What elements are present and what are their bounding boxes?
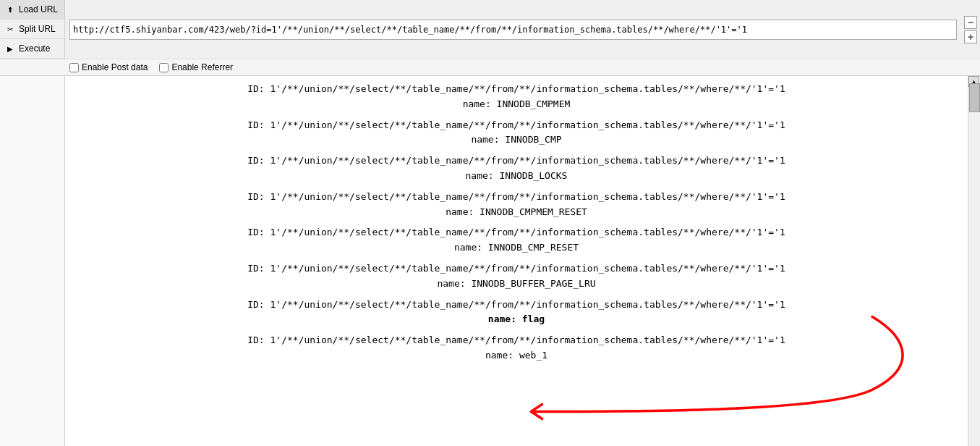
scrollbar-area: ▲ ▼ — [968, 76, 980, 446]
enable-referrer-label[interactable]: Enable Referrer — [159, 62, 233, 72]
content-area: ID: 1'/**/union/**/select/**/table_name/… — [0, 76, 980, 446]
checkboxes-row: Enable Post data Enable Referrer — [0, 59, 980, 75]
load-url-label: Load URL — [19, 4, 58, 14]
right-buttons: − + — [961, 14, 980, 45]
result-block: ID: 1'/**/union/**/select/**/table_name/… — [80, 261, 953, 292]
plus-button[interactable]: + — [964, 30, 977, 43]
name-line: name: INNODB_CMP_RESET — [80, 240, 953, 256]
load-url-button[interactable]: ⬆ Load URL — [0, 0, 64, 20]
split-url-label: Split URL — [19, 24, 56, 34]
execute-button[interactable]: ▶ Execute — [0, 39, 64, 59]
execute-label: Execute — [19, 43, 50, 54]
main-content: ID: 1'/**/union/**/select/**/table_name/… — [65, 76, 968, 446]
split-url-button[interactable]: ✂ Split URL — [0, 20, 64, 39]
main-toolbar-row: ⬆ Load URL ✂ Split URL ▶ Execute − + — [0, 0, 980, 59]
split-url-icon: ✂ — [4, 23, 16, 35]
name-line: name: INNODB_BUFFER_PAGE_LRU — [80, 277, 953, 292]
minus-button[interactable]: − — [964, 16, 977, 29]
name-line: name: INNODB_CMPMEM_RESET — [80, 205, 953, 220]
result-block: ID: 1'/**/union/**/select/**/table_name/… — [80, 153, 953, 184]
left-spacer — [0, 76, 65, 446]
result-block: ID: 1'/**/union/**/select/**/table_name/… — [80, 225, 953, 256]
plus-icon: + — [968, 31, 973, 43]
url-bar-container — [69, 20, 957, 40]
name-line: name: INNODB_CMPMEM — [80, 97, 953, 112]
name-line: name: INNODB_LOCKS — [80, 169, 953, 184]
id-line: ID: 1'/**/union/**/select/**/table_name/… — [80, 118, 953, 133]
enable-referrer-checkbox[interactable] — [159, 63, 169, 72]
id-line: ID: 1'/**/union/**/select/**/table_name/… — [80, 153, 953, 169]
sidebar-buttons: ⬆ Load URL ✂ Split URL ▶ Execute — [0, 0, 65, 59]
name-line: name: INNODB_CMP — [80, 132, 953, 148]
result-block: ID: 1'/**/union/**/select/**/table_name/… — [80, 82, 953, 112]
result-block: ID: 1'/**/union/**/select/**/table_name/… — [80, 118, 953, 148]
name-line: name: flag — [80, 312, 953, 327]
results-container: ID: 1'/**/union/**/select/**/table_name/… — [80, 82, 953, 363]
id-line: ID: 1'/**/union/**/select/**/table_name/… — [80, 261, 953, 277]
result-block: ID: 1'/**/union/**/select/**/table_name/… — [80, 190, 953, 220]
id-line: ID: 1'/**/union/**/select/**/table_name/… — [80, 298, 953, 313]
execute-icon: ▶ — [4, 43, 16, 54]
scrollbar-thumb[interactable] — [969, 83, 980, 112]
id-line: ID: 1'/**/union/**/select/**/table_name/… — [80, 82, 953, 97]
minus-icon: − — [968, 17, 973, 28]
result-block: ID: 1'/**/union/**/select/**/table_name/… — [80, 333, 953, 363]
id-line: ID: 1'/**/union/**/select/**/table_name/… — [80, 225, 953, 240]
enable-post-checkbox[interactable] — [69, 63, 79, 72]
enable-post-label[interactable]: Enable Post data — [69, 62, 148, 72]
result-block: ID: 1'/**/union/**/select/**/table_name/… — [80, 298, 953, 328]
url-input[interactable] — [73, 25, 953, 35]
id-line: ID: 1'/**/union/**/select/**/table_name/… — [80, 190, 953, 205]
name-line: name: web_1 — [80, 348, 953, 363]
toolbar: ⬆ Load URL ✂ Split URL ▶ Execute − + — [0, 0, 980, 76]
load-url-icon: ⬆ — [4, 4, 16, 15]
id-line: ID: 1'/**/union/**/select/**/table_name/… — [80, 333, 953, 348]
